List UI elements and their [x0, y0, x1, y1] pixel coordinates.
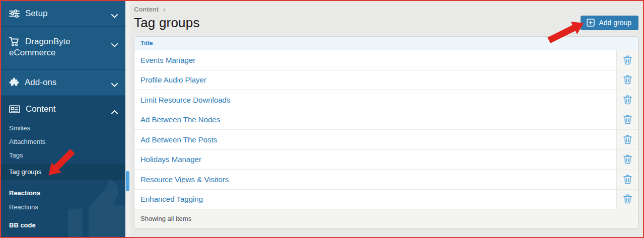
sidebar-scrollbar-thumb[interactable]	[126, 171, 129, 191]
table-row: Ad Between The Posts	[134, 130, 638, 150]
row-action-cell	[616, 50, 638, 70]
table-row: Events Manager	[134, 50, 638, 70]
delete-button[interactable]	[622, 74, 633, 86]
table-column-header-title: Title	[134, 37, 638, 50]
delete-button[interactable]	[622, 114, 633, 125]
table-row: Resource Views & Visitors	[134, 170, 638, 190]
sidebar-item-label: Add-ons	[25, 77, 56, 87]
tag-group-link[interactable]: Profile Audio Player	[134, 70, 616, 90]
tag-group-link[interactable]: Holidays Manager	[134, 150, 616, 170]
breadcrumb: Content ›	[132, 4, 638, 13]
trash-icon	[623, 154, 632, 164]
row-action-cell	[616, 90, 638, 110]
add-group-button[interactable]: Add group	[581, 16, 638, 30]
row-action-cell	[616, 150, 638, 170]
delete-button[interactable]	[622, 54, 633, 66]
sidebar-item-setup[interactable]: Setup	[1, 1, 125, 27]
breadcrumb-separator: ›	[163, 5, 165, 14]
sidebar-item-addons[interactable]: Add-ons	[1, 70, 125, 96]
sidebar-group-header-bb-code: BB code	[1, 218, 125, 232]
table-footer-status: Showing all items	[134, 209, 638, 228]
chevron-up-icon	[111, 106, 118, 117]
row-action-cell	[616, 110, 638, 130]
sidebar-item-smilies[interactable]: Smilies	[1, 121, 125, 135]
sidebar-item-reactions[interactable]: Reactions	[1, 200, 125, 214]
delete-button[interactable]	[622, 174, 633, 185]
trash-icon	[623, 194, 632, 204]
app-window: Setup DragonByte eCommerce Add-ons	[1, 1, 643, 237]
sliders-icon	[9, 9, 20, 18]
delete-button[interactable]	[622, 153, 633, 165]
tag-group-link[interactable]: Resource Views & Visitors	[134, 170, 616, 189]
table-row: Profile Audio Player	[134, 70, 638, 91]
cart-icon	[9, 37, 20, 46]
sidebar-item-tag-groups[interactable]: Tag groups	[1, 164, 125, 180]
delete-button[interactable]	[622, 193, 633, 205]
row-action-cell	[616, 170, 638, 189]
tag-group-link[interactable]: Limit Resource Downloads	[134, 90, 616, 110]
tag-group-link[interactable]: Ad Between The Posts	[134, 130, 616, 149]
table-row: Enhanced Tagging	[134, 190, 638, 210]
breadcrumb-link-content[interactable]: Content	[134, 6, 159, 13]
trash-icon	[623, 75, 632, 85]
newspaper-icon	[9, 105, 20, 114]
sidebar-group-header-reactions: Reactions	[1, 186, 125, 200]
puzzle-icon	[9, 77, 19, 87]
page-title: Tag groups	[134, 15, 200, 31]
tag-group-link[interactable]: Enhanced Tagging	[134, 190, 616, 209]
page-header: Tag groups Add group	[134, 15, 638, 31]
trash-icon	[623, 95, 632, 105]
main-content: Content › Tag groups Add group Title Eve…	[130, 1, 643, 237]
chevron-down-icon	[111, 79, 118, 90]
sidebar-item-attachments[interactable]: Attachments	[1, 135, 125, 148]
table-row: Limit Resource Downloads	[134, 90, 638, 110]
table-row: Holidays Manager	[134, 150, 638, 170]
tag-group-link[interactable]: Ad Between The Nodes	[134, 110, 616, 130]
delete-button[interactable]	[622, 134, 633, 145]
delete-button[interactable]	[622, 94, 633, 106]
plus-square-icon	[587, 19, 595, 27]
sidebar-scrollbar-track[interactable]	[125, 1, 130, 237]
sidebar-item-content[interactable]: Content	[1, 96, 125, 121]
trash-icon	[623, 115, 632, 124]
sidebar-item-label: Content	[26, 104, 56, 114]
sidebar-item-dragonbyte-ecommerce[interactable]: DragonByte eCommerce	[1, 27, 125, 70]
tag-groups-panel: Title Events Manager Profile Audio Playe…	[134, 36, 638, 229]
table-row: Ad Between The Nodes	[134, 110, 638, 130]
trash-icon	[623, 135, 632, 144]
chevron-down-icon	[111, 39, 118, 50]
row-action-cell	[616, 130, 638, 149]
row-action-cell	[616, 70, 638, 90]
sidebar-section-content: Content Smilies Attachments Tags Tag gro…	[1, 96, 125, 237]
trash-icon	[623, 55, 632, 65]
sidebar-item-tags[interactable]: Tags	[1, 148, 125, 162]
chevron-down-icon	[111, 10, 118, 21]
tag-group-link[interactable]: Events Manager	[134, 50, 616, 70]
add-group-button-label: Add group	[599, 19, 631, 27]
sidebar-item-label: Setup	[25, 9, 47, 18]
sidebar: Setup DragonByte eCommerce Add-ons	[1, 1, 125, 237]
trash-icon	[623, 175, 632, 184]
row-action-cell	[616, 190, 638, 209]
